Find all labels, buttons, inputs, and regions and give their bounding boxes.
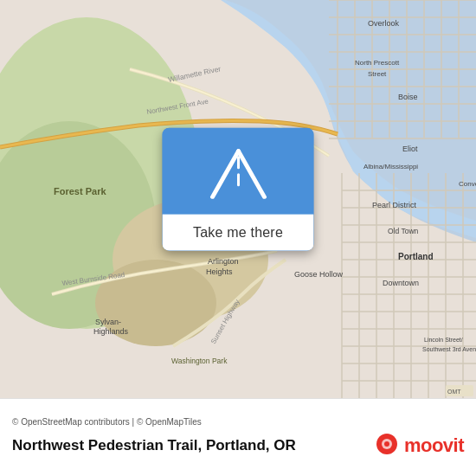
svg-text:Old Town: Old Town	[388, 227, 419, 235]
svg-text:Sylvan-: Sylvan-	[95, 318, 121, 326]
svg-text:Boise: Boise	[398, 93, 418, 101]
svg-text:Pearl District: Pearl District	[372, 201, 417, 209]
moovit-pin-icon	[373, 432, 401, 460]
moovit-brand-text: moovit	[404, 434, 464, 457]
svg-text:Overlook: Overlook	[368, 19, 400, 28]
svg-text:Albina/Mississippi: Albina/Mississippi	[363, 163, 418, 170]
road-icon-area	[163, 128, 314, 215]
svg-text:Eliot: Eliot	[402, 145, 418, 153]
map-container: Forest Park Overlook North Prescott Stre…	[0, 0, 476, 398]
svg-text:Lincoln Street/: Lincoln Street/	[424, 337, 463, 343]
moovit-logo: moovit	[373, 432, 464, 460]
svg-text:Downtown: Downtown	[383, 279, 419, 287]
svg-text:North Prescott: North Prescott	[355, 59, 400, 67]
destination-card: Take me there	[163, 128, 314, 251]
place-name: Northwest Pedestrian Trail, Portland, OR	[12, 437, 296, 454]
take-me-there-button[interactable]: Take me there	[163, 215, 314, 251]
road-icon	[208, 147, 268, 199]
svg-text:Arlington: Arlington	[208, 257, 239, 266]
svg-text:Washington Park: Washington Park	[171, 357, 228, 365]
bottom-bar: © OpenStreetMap contributors | © OpenMap…	[0, 398, 476, 476]
svg-text:Heights: Heights	[206, 267, 233, 276]
attribution-text: © OpenStreetMap contributors | © OpenMap…	[12, 417, 464, 427]
svg-text:Conve: Conve	[459, 180, 476, 188]
svg-text:Southwest 3rd Avenue: Southwest 3rd Avenue	[422, 346, 476, 352]
app: Forest Park Overlook North Prescott Stre…	[0, 0, 476, 476]
svg-line-70	[238, 151, 264, 197]
bottom-content: Northwest Pedestrian Trail, Portland, OR…	[12, 432, 464, 460]
svg-text:Highlands: Highlands	[93, 327, 129, 336]
svg-text:Street: Street	[368, 70, 387, 78]
svg-line-69	[212, 151, 238, 197]
svg-text:Goose Hollow: Goose Hollow	[294, 270, 344, 279]
svg-text:Forest Park: Forest Park	[54, 186, 106, 196]
svg-text:Portland: Portland	[398, 252, 434, 261]
svg-text:OMT: OMT	[447, 389, 461, 395]
